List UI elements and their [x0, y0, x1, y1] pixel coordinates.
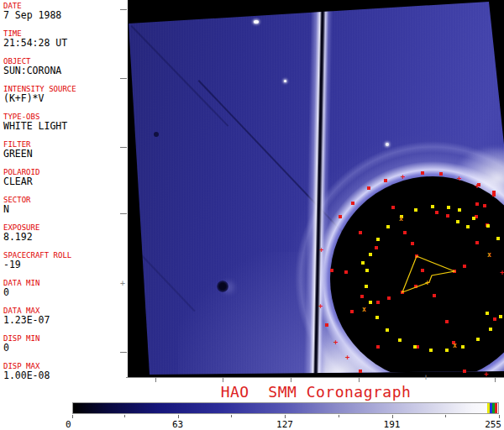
field-value: (K+F)*V	[3, 93, 126, 104]
field-value: 1.00E-08	[3, 370, 126, 381]
colorbar-overlay-stripe	[495, 403, 497, 413]
left-tick	[120, 9, 127, 10]
left-tick	[120, 213, 127, 214]
field-date: DATE7 Sep 1988	[3, 2, 126, 21]
colorbar-major-tick	[178, 415, 179, 418]
field-label: DISP MIN	[3, 334, 126, 343]
colorbar-tick-label: 0	[66, 419, 99, 430]
field-value: N	[3, 204, 126, 215]
colorbar-major-tick	[392, 415, 393, 418]
field-value: 21:54:28 UT	[3, 38, 126, 49]
colorbar-major-tick	[499, 415, 500, 418]
field-value: CLEAR	[3, 176, 126, 187]
contour-polygon	[402, 256, 454, 292]
field-spacecraft-roll: SPACECRAFT ROLL-19	[3, 251, 126, 270]
field-exposure: EXPOSURE8.192	[3, 223, 126, 243]
coronagraph-viewer-window: DATE7 Sep 1988TIME21:54:28 UTOBJECTSUN:C…	[0, 0, 504, 430]
bottom-axis-line	[126, 377, 504, 378]
field-value: 8.192	[3, 232, 126, 243]
field-value: 7 Sep 1988	[3, 10, 126, 21]
bottom-tick	[155, 378, 156, 382]
field-object: OBJECTSUN:CORONA	[3, 57, 126, 76]
field-disp-max: DISP MAX1.00E-08	[3, 362, 126, 381]
field-time: TIME21:54:28 UT	[3, 29, 126, 49]
field-type-obs: TYPE-OBSWHITE LIGHT	[3, 113, 126, 132]
field-value: 0	[3, 343, 126, 354]
field-value: SUN:CORONA	[3, 66, 126, 76]
colorbar-minor-tick	[339, 415, 339, 417]
bottom-tick	[359, 378, 360, 382]
field-disp-min: DISP MIN0	[3, 334, 126, 354]
bottom-plus-tick: +	[423, 373, 428, 382]
field-value: WHITE LIGHT	[3, 121, 126, 132]
colorbar-minor-tick	[445, 415, 446, 417]
field-label: DATA MIN	[3, 279, 126, 287]
colorbar-tick-label: 63	[161, 419, 195, 430]
bottom-tick	[495, 378, 496, 382]
colorbar-major-tick	[72, 415, 73, 418]
colorbar	[72, 402, 499, 414]
field-sector: SECTORN	[3, 196, 126, 215]
coronagraph-image: +++++++++xxxx+	[128, 0, 504, 377]
field-intensity-source: INTENSITY SOURCE(K+F)*V	[3, 85, 126, 104]
field-value: -19	[3, 260, 126, 270]
polygon-overlay	[128, 0, 504, 377]
field-value: 1.23E-07	[3, 315, 126, 326]
colorbar-tick-label: 127	[268, 419, 302, 430]
image-title: HAO SMM Coronagraph	[128, 383, 504, 401]
bottom-tick	[291, 378, 291, 382]
bottom-tick	[223, 378, 223, 382]
colorbar-tick-label: 255	[468, 419, 501, 430]
field-data-max: DATA MAX1.23E-07	[3, 307, 126, 326]
left-tick	[120, 78, 127, 79]
left-tick	[120, 352, 127, 353]
field-label: SPACECRAFT ROLL	[3, 251, 126, 260]
colorbar-tick-label: 191	[375, 419, 409, 430]
field-label: SECTOR	[3, 196, 126, 204]
colorbar-minor-tick	[124, 415, 125, 417]
colorbar-major-tick	[285, 415, 286, 418]
left-plus-tick: +	[120, 281, 125, 287]
left-tick	[120, 147, 127, 148]
field-polaroid: POLAROIDCLEAR	[3, 168, 126, 187]
field-data-min: DATA MIN0	[3, 279, 126, 298]
field-filter: FILTERGREEN	[3, 140, 126, 160]
field-value: 0	[3, 287, 126, 298]
metadata-panel: DATE7 Sep 1988TIME21:54:28 UTOBJECTSUN:C…	[0, 0, 128, 430]
field-value: GREEN	[3, 149, 126, 160]
colorbar-minor-tick	[231, 415, 232, 417]
